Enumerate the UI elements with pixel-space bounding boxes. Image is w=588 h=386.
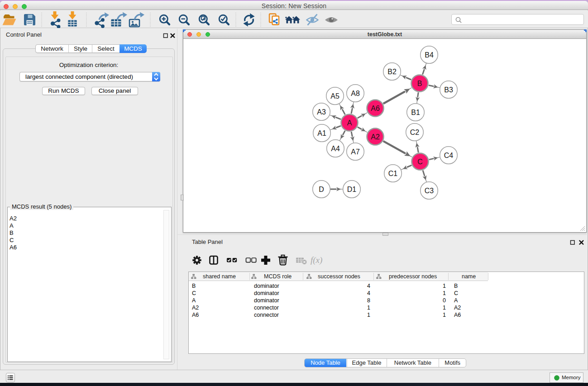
svg-text:A2: A2 bbox=[371, 133, 380, 141]
svg-text:B: B bbox=[417, 80, 422, 87]
svg-text:C3: C3 bbox=[425, 187, 434, 195]
svg-text:A: A bbox=[347, 119, 352, 127]
svg-text:A8: A8 bbox=[351, 90, 360, 97]
svg-text:A3: A3 bbox=[317, 108, 326, 116]
svg-text:B2: B2 bbox=[387, 68, 397, 76]
svg-text:D1: D1 bbox=[347, 186, 357, 193]
svg-text:B4: B4 bbox=[425, 51, 434, 59]
svg-text:A7: A7 bbox=[351, 148, 360, 156]
svg-text:B3: B3 bbox=[444, 86, 453, 94]
svg-text:A4: A4 bbox=[331, 145, 340, 152]
svg-text:D: D bbox=[319, 186, 324, 193]
svg-text:C1: C1 bbox=[388, 170, 398, 177]
svg-text:A1: A1 bbox=[317, 129, 326, 137]
svg-text:B1: B1 bbox=[411, 109, 420, 116]
svg-text:A6: A6 bbox=[371, 105, 380, 112]
svg-text:f(x): f(x) bbox=[311, 255, 322, 265]
svg-text:A5: A5 bbox=[330, 92, 339, 100]
svg-text:C2: C2 bbox=[410, 129, 420, 136]
svg-text:C: C bbox=[417, 158, 423, 166]
svg-text:C4: C4 bbox=[444, 152, 454, 159]
